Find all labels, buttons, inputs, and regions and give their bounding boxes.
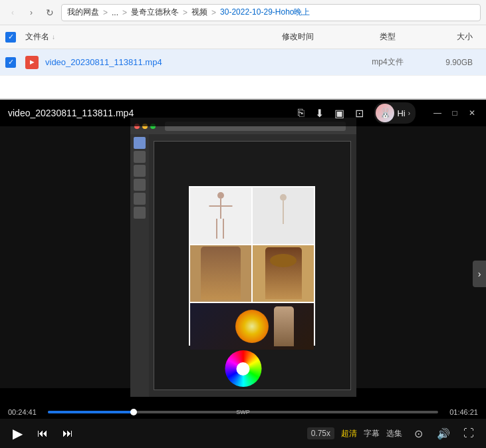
video-player: video_20230811_113811.mp4 ⎘ ⬇ ▣ ⊡ 🐰 Hi ›…	[0, 100, 486, 448]
sep-2: >	[183, 8, 187, 17]
progress-area: 00:24:41 01:46:21	[0, 405, 486, 419]
refresh-icon: ↻	[46, 7, 54, 18]
forward-icon: ›	[30, 8, 33, 17]
file-manager: ✓ 文件名 ↓ 修改时间 类型 大小 ✓ ▶ video_20230811_11…	[0, 25, 486, 100]
file-name-label[interactable]: video_20230811_113811.mp4	[45, 57, 162, 67]
player-filename: video_20230811_113811.mp4	[8, 108, 134, 118]
progress-fill	[48, 411, 134, 413]
browser-bar: ‹ › ↻ 我的网盘 > ... > 曼奇立德秋冬 > 视频 > 30-2022…	[0, 0, 486, 25]
total-time: 01:46:21	[445, 408, 478, 416]
current-time: 00:24:41	[8, 408, 41, 416]
row-size-val: 9.90GB	[445, 58, 473, 67]
pip-icon[interactable]: ▣	[334, 107, 344, 120]
row-type-col: mp4文件	[348, 56, 427, 68]
user-avatar: 🐰	[376, 104, 394, 122]
prev-chapter-button[interactable]: ⏮	[33, 424, 52, 443]
player-controls: ▶ ⏮ ⏭ 0.75x 超清 字幕 选集 ⊙ 🔊 ⛶	[0, 419, 486, 448]
hi-label: Hi	[397, 108, 405, 118]
row-type-val: mp4文件	[372, 57, 403, 66]
header-type-label: 类型	[380, 32, 396, 41]
fullscreen-button[interactable]: ⛶	[459, 424, 478, 443]
close-button[interactable]: ✕	[466, 107, 478, 119]
screenshot-button[interactable]: ⊙	[409, 424, 427, 443]
window-controls: — □ ✕	[431, 107, 478, 119]
file-type-icon: ▶	[25, 56, 39, 69]
share-icon[interactable]: ⎘	[298, 107, 304, 119]
row-size-col: 9.90GB	[427, 58, 481, 67]
maximize-button[interactable]: □	[449, 107, 461, 119]
sep-3: >	[211, 8, 216, 17]
forward-button[interactable]: ›	[24, 5, 39, 20]
player-title-bar: video_20230811_113811.mp4 ⎘ ⬇ ▣ ⊡ 🐰 Hi ›…	[0, 100, 486, 126]
volume-button[interactable]: 🔊	[434, 424, 453, 443]
breadcrumb-video: 视频	[191, 7, 207, 18]
player-title-controls: ⎘ ⬇ ▣ ⊡ 🐰 Hi › — □ ✕	[298, 102, 478, 124]
sep-0: >	[103, 8, 108, 17]
collection-button[interactable]: 选集	[386, 428, 402, 439]
header-size-col[interactable]: 大小	[427, 31, 481, 43]
row-name-col: ▶ video_20230811_113811.mp4	[25, 56, 248, 69]
header-name-col[interactable]: 文件名 ↓	[25, 31, 248, 43]
header-type-col[interactable]: 类型	[348, 31, 427, 43]
subtitle-button[interactable]: 字幕	[364, 428, 380, 439]
breadcrumb-folder: 曼奇立德秋冬	[131, 7, 179, 18]
minimize-button[interactable]: —	[431, 107, 443, 119]
side-arrow-icon: ›	[478, 269, 481, 279]
video-content-area	[0, 126, 486, 388]
progress-bar[interactable]	[48, 411, 438, 413]
address-bar[interactable]: 我的网盘 > ... > 曼奇立德秋冬 > 视频 > 30-2022-10-29…	[61, 4, 481, 21]
header-modified-col[interactable]: 修改时间	[248, 31, 348, 43]
back-icon: ‹	[11, 8, 14, 17]
refresh-button[interactable]: ↻	[43, 5, 57, 20]
breadcrumb-mydisk: 我的网盘	[67, 7, 99, 18]
select-all-checkbox[interactable]: ✓	[5, 32, 16, 43]
download-icon[interactable]: ⬇	[315, 107, 324, 120]
row-checkbox[interactable]: ✓	[5, 57, 16, 68]
play-icon-small: ▶	[30, 59, 34, 65]
speed-button[interactable]: 0.75x	[307, 427, 334, 439]
hi-arrow-icon: ›	[408, 110, 410, 117]
side-panel-toggle[interactable]: ›	[473, 261, 486, 287]
sep-1: >	[122, 8, 127, 17]
play-button[interactable]: ▶	[8, 424, 27, 443]
header-check-col: ✓	[5, 32, 25, 43]
table-header: ✓ 文件名 ↓ 修改时间 类型 大小	[0, 25, 486, 49]
cast-icon[interactable]: ⊡	[355, 107, 364, 120]
table-row[interactable]: ✓ ▶ video_20230811_113811.mp4 mp4文件 9.90…	[0, 49, 486, 76]
header-size-label: 大小	[457, 32, 473, 41]
quality-button[interactable]: 超清	[341, 428, 357, 439]
breadcrumb-ellipsis: ...	[112, 8, 118, 17]
sort-icon: ↓	[52, 33, 55, 41]
progress-dot[interactable]	[130, 409, 137, 415]
row-check-col: ✓	[5, 57, 25, 68]
header-modified-label: 修改时间	[282, 32, 314, 41]
back-button[interactable]: ‹	[5, 5, 20, 20]
hi-avatar-button[interactable]: 🐰 Hi ›	[374, 102, 416, 124]
breadcrumb-current: 30-2022-10-29-Hoho晚上	[220, 7, 310, 18]
header-name-label: 文件名	[25, 31, 49, 43]
next-chapter-button[interactable]: ⏭	[59, 424, 77, 443]
